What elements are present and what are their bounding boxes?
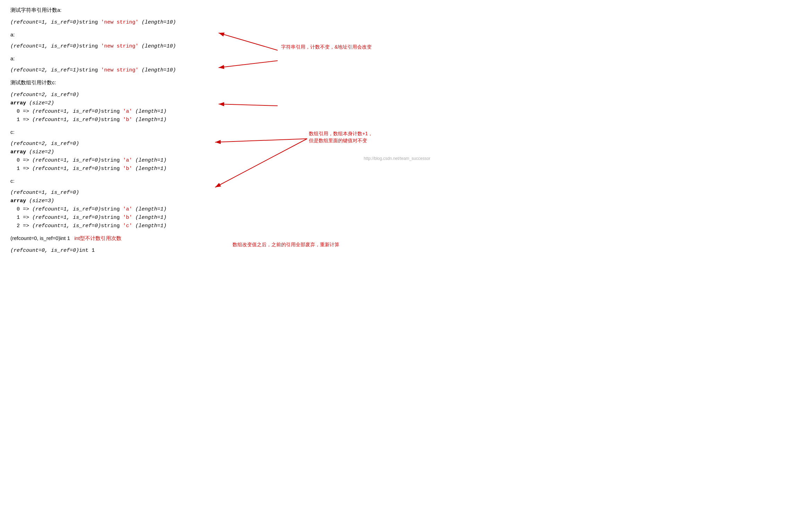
section1-label: 测试字符串引用计数a: — [10, 7, 784, 14]
code-line-1: (refcount=1, is_ref=0)string 'new string… — [10, 18, 784, 27]
c-label-2: c: — [10, 178, 784, 184]
type-part-1: string — [79, 19, 101, 25]
length-part-1: (length=10) — [138, 19, 176, 25]
section1: 测试字符串引用计数a: — [10, 7, 784, 14]
array3-row0: 0 => (refcount=1, is_ref=0)string 'a' (l… — [10, 205, 784, 214]
array3-refcount: (refcount=1, is_ref=0) — [10, 189, 784, 197]
section3-annotation: int型不计数引用次数 — [74, 235, 121, 241]
refcount-part-3: (refcount=2, is_ref=1) — [10, 67, 79, 73]
refcount-part-1: (refcount=1, is_ref=0) — [10, 19, 79, 25]
string-val-1: 'new string' — [101, 19, 138, 25]
length-part-2: (length=10) — [138, 43, 176, 49]
array2-refcount: (refcount=2, is_ref=0) — [10, 140, 784, 148]
length-part-3: (length=10) — [138, 67, 176, 73]
array2-row1: 1 => (refcount=1, is_ref=0)string 'b' (l… — [10, 165, 784, 173]
int-line: (refcount=0, is_ref=0)int 1 — [10, 247, 784, 255]
array1-decl: array (size=2) — [10, 99, 784, 108]
array2-decl: array (size=2) — [10, 148, 784, 156]
a-label-1: a: — [10, 32, 784, 37]
array3-row1: 1 => (refcount=1, is_ref=0)string 'b' (l… — [10, 214, 784, 222]
array1-row0: 0 => (refcount=1, is_ref=0)string 'a' (l… — [10, 108, 784, 116]
string-val-2: 'new string' — [101, 43, 138, 49]
type-part-3: string — [79, 67, 101, 73]
code-line-3: (refcount=2, is_ref=1)string 'new string… — [10, 66, 784, 75]
c-label-1: c: — [10, 129, 784, 135]
array3-row2: 2 => (refcount=1, is_ref=0)string 'c' (l… — [10, 222, 784, 230]
array1-row1: 1 => (refcount=1, is_ref=0)string 'b' (l… — [10, 116, 784, 124]
a-label-2: a: — [10, 55, 784, 61]
section3-label: (refcount=0, is_ref=0)int 1 int型不计数引用次数 — [10, 235, 784, 242]
watermark: http://blog.csdn.net/team_successor — [364, 156, 430, 161]
section2-label: 测试数组引用计数c: — [10, 79, 784, 86]
array3-decl: array (size=3) — [10, 197, 784, 205]
code-line-2: (refcount=1, is_ref=0)string 'new string… — [10, 42, 784, 51]
string-val-3: 'new string' — [101, 67, 138, 73]
refcount-part-2: (refcount=1, is_ref=0) — [10, 43, 79, 49]
array1-refcount: (refcount=2, is_ref=0) — [10, 91, 784, 99]
type-part-2: string — [79, 43, 101, 49]
